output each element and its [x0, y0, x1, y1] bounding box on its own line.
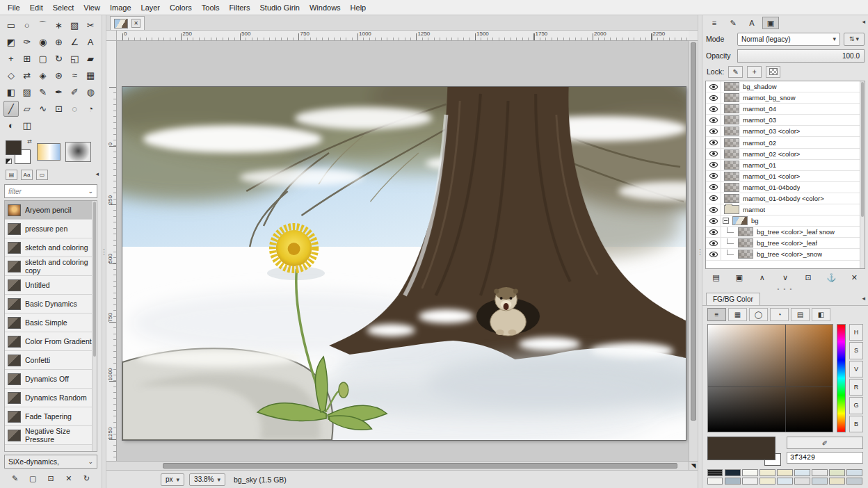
image-tab[interactable]: ✕	[110, 16, 145, 30]
left-splitter[interactable]: ⋮	[102, 15, 106, 488]
layer-visibility-toggle[interactable]	[706, 204, 721, 215]
dynamics-toolbar-button[interactable]: ▢	[26, 473, 40, 485]
tool-button[interactable]: ≈	[67, 67, 82, 83]
layer-row[interactable]: marmot_bg_snow	[706, 92, 865, 104]
tool-button[interactable]: ◉	[35, 34, 51, 50]
layer-visibility-toggle[interactable]	[706, 215, 721, 226]
dynamics-list-item[interactable]: sketch and coloring copy	[5, 257, 97, 276]
dynamics-list-item[interactable]: Basic Simple	[5, 314, 97, 332]
layer-row[interactable]: marmot_01 <color>	[706, 171, 865, 182]
layer-row[interactable]: marmot_03	[706, 115, 865, 126]
channel-button[interactable]: B	[849, 416, 863, 432]
layer-row[interactable]: bg_tree <color>_snow	[706, 249, 865, 260]
vertical-scrollbar[interactable]	[689, 41, 698, 461]
menu-item[interactable]: File	[3, 2, 25, 13]
layer-row[interactable]: marmot_01-04body <color>	[706, 193, 865, 204]
channel-button[interactable]: V	[849, 361, 863, 377]
color-history-chip[interactable]	[829, 469, 845, 476]
toolbox-toggle-icon[interactable]: Aa	[21, 170, 33, 180]
tool-button[interactable]: ◐	[3, 117, 19, 133]
lock-alpha-button[interactable]	[766, 66, 780, 78]
channel-button[interactable]: S	[849, 342, 863, 359]
tool-button[interactable]: ⊞	[19, 51, 35, 67]
tool-button[interactable]: ◍	[83, 84, 98, 100]
tool-button[interactable]: A	[83, 34, 98, 50]
layer-visibility-toggle[interactable]	[706, 115, 721, 125]
tool-button[interactable]: ✂	[83, 17, 98, 33]
tool-button[interactable]: ▱	[19, 101, 35, 117]
collapse-panel-icon[interactable]: ◂	[862, 295, 865, 302]
dynamics-toolbar-button[interactable]: ⊡	[45, 473, 58, 485]
color-selector-tab[interactable]: ≡	[707, 308, 726, 321]
collapse-panel-icon[interactable]: ◂	[862, 18, 865, 25]
channel-button[interactable]: H	[849, 324, 863, 341]
color-history-chip[interactable]	[812, 478, 828, 485]
lock-pixels-button[interactable]: ✎	[728, 66, 743, 78]
unit-select[interactable]: px ▾	[161, 473, 184, 486]
layer-toolbar-button[interactable]: ∧	[755, 272, 769, 284]
tool-button[interactable]: ✒	[51, 84, 67, 100]
dynamics-list-item[interactable]: Dynamics Random	[5, 389, 97, 407]
tool-button[interactable]: ✎	[35, 84, 51, 100]
fg-bg-color-widget[interactable]: ⇄	[6, 139, 32, 164]
dynamics-list-item[interactable]: Aryeom pencil	[5, 201, 97, 220]
opacity-slider[interactable]: 100.0	[737, 49, 865, 63]
color-history-chip[interactable]	[777, 478, 793, 485]
right-splitter[interactable]: ⋮	[698, 15, 702, 488]
color-selector-tab[interactable]: ◔	[770, 308, 789, 321]
dynamics-list-item[interactable]: Color From Gradient	[5, 332, 97, 351]
dynamics-list-item[interactable]: Negative Size Pressure	[5, 426, 97, 445]
layer-row[interactable]: bg_tree <color>_leaf snow	[706, 227, 865, 238]
zoom-select[interactable]: 33.8% ▾	[189, 473, 225, 486]
tool-button[interactable]: ✐	[67, 84, 82, 100]
color-history-chip[interactable]	[829, 478, 845, 485]
toolbox-toggle-icon[interactable]: ▭	[36, 170, 48, 180]
tool-button[interactable]: ∿	[35, 101, 51, 117]
tool-button[interactable]: ◫	[19, 117, 35, 133]
menu-item[interactable]: Select	[48, 2, 79, 13]
layer-visibility-toggle[interactable]	[706, 81, 721, 92]
navigation-preview-button[interactable]: ◥	[689, 461, 698, 470]
menu-item[interactable]: Help	[346, 2, 371, 13]
tool-button[interactable]: ⊛	[51, 67, 67, 83]
color-selector-tab[interactable]: ◧	[812, 308, 830, 321]
hex-color-input[interactable]	[787, 452, 863, 464]
tool-button[interactable]: ◇	[3, 67, 19, 83]
layer-visibility-toggle[interactable]	[706, 137, 721, 147]
dynamics-list-item[interactable]: sketch and coloring	[5, 238, 97, 257]
tool-button[interactable]: ◧	[3, 84, 19, 100]
saturation-value-square[interactable]	[707, 324, 833, 432]
tool-button[interactable]: ▢	[35, 51, 51, 67]
layer-row[interactable]: bg_tree <color>_leaf	[706, 238, 865, 249]
horizontal-scrollbar[interactable]	[117, 461, 689, 470]
tool-button[interactable]: +	[3, 51, 19, 67]
vertical-ruler[interactable]: 025050075010001250	[106, 41, 117, 461]
tool-button[interactable]: ▭	[3, 17, 19, 33]
menu-item[interactable]: Edit	[25, 2, 48, 13]
pick-color-button[interactable]: ✐	[787, 437, 863, 449]
fg-bg-preview[interactable]	[707, 437, 781, 466]
expander-icon[interactable]	[723, 218, 729, 224]
channel-button[interactable]: G	[849, 397, 863, 414]
layer-list-scrollbar[interactable]	[860, 81, 865, 268]
layer-row[interactable]: bg_shadow	[706, 81, 865, 92]
color-history-chip[interactable]	[794, 478, 810, 485]
mode-switch-button[interactable]: ⇅ ▾	[844, 33, 865, 46]
canvas-viewport[interactable]	[117, 41, 689, 461]
close-image-icon[interactable]: ✕	[131, 19, 140, 28]
layer-visibility-toggle[interactable]	[706, 104, 721, 114]
menu-item[interactable]: Layer	[136, 2, 166, 13]
color-selector-tab[interactable]: ▦	[728, 308, 747, 321]
toolbox-toggle-icon[interactable]: ▤	[6, 170, 17, 180]
tool-button[interactable]: ╱	[3, 101, 19, 117]
layer-visibility-toggle[interactable]	[706, 160, 721, 170]
tool-button[interactable]: ◈	[35, 67, 51, 83]
layer-toolbar-button[interactable]: ▤	[709, 272, 723, 284]
color-history-chip[interactable]	[812, 469, 828, 476]
layer-visibility-toggle[interactable]	[706, 193, 721, 204]
menu-item[interactable]: Image	[105, 2, 136, 13]
dynamics-list-item[interactable]: Dynamics Off	[5, 370, 97, 389]
tool-button[interactable]: ⌒	[35, 17, 51, 33]
fgbg-color-tab[interactable]: FG/BG Color	[706, 293, 760, 305]
color-history-chip[interactable]	[707, 469, 723, 476]
